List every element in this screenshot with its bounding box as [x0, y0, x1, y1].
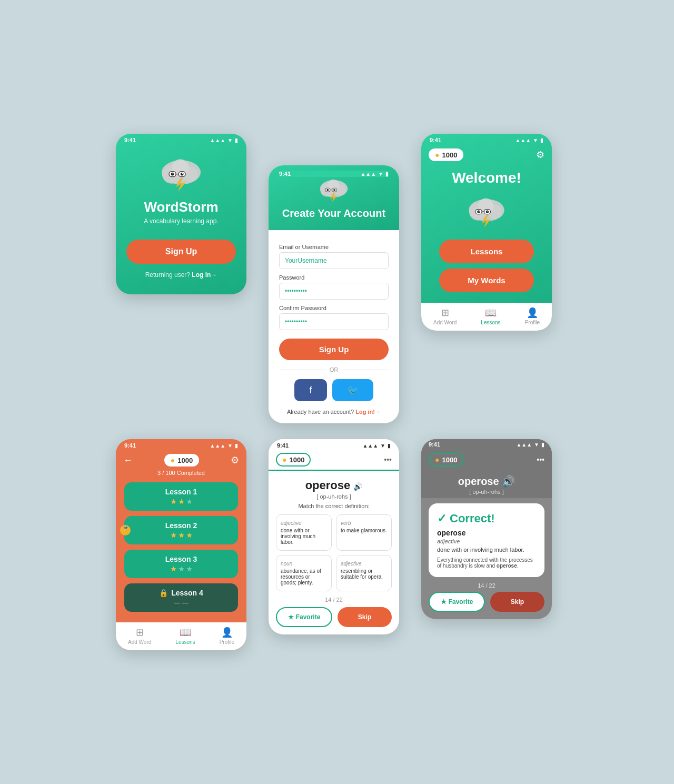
- screen-correct: 9:41 ▲▲▲ ▼ ▮ ● 1000 ••• operose 🔊: [421, 439, 552, 619]
- battery-icon: ▮: [540, 137, 543, 143]
- more-options-icon-correct[interactable]: •••: [537, 455, 544, 464]
- quiz-option-2[interactable]: verb to make glamorous.: [336, 514, 392, 551]
- progress-text-lessons: 3 / 100 Completed: [116, 470, 246, 476]
- bottom-nav-lessons: ⊞ Add Word 📖 Lessons 👤 Profile: [116, 622, 246, 650]
- lessons-icon: 📖: [180, 627, 191, 638]
- skip-button-quiz[interactable]: Skip: [338, 607, 392, 627]
- password-input[interactable]: [279, 283, 389, 300]
- signal-icon: ▲▲▲: [515, 137, 531, 143]
- signup-submit-button[interactable]: Sign Up: [279, 339, 389, 360]
- signal-icon: ▲▲▲: [360, 171, 376, 177]
- app-subtitle: A vocabulary learning app.: [144, 217, 218, 225]
- status-bar-quiz: 9:41 ▲▲▲ ▼ ▮: [269, 439, 399, 451]
- status-icons-lessons: ▲▲▲ ▼ ▮: [210, 443, 238, 449]
- status-icons-quiz: ▲▲▲ ▼ ▮: [362, 443, 391, 449]
- lessons-body: Lesson 1 ★ ★ ★ 🏅 Lesson 2 ★ ★ ★: [116, 482, 246, 622]
- nav-lessons-lessons[interactable]: 📖 Lessons: [175, 627, 195, 645]
- time-lessons: 9:41: [124, 442, 136, 449]
- quiz-option-1[interactable]: adjective done with or involving much la…: [276, 514, 332, 551]
- status-bar-lessons: 9:41 ▲▲▲ ▼ ▮: [116, 439, 246, 451]
- svg-point-9: [173, 173, 174, 174]
- add-icon: ⊞: [441, 307, 449, 319]
- signal-icon: ▲▲▲: [516, 442, 532, 448]
- returning-text: Returning user? Log in→: [145, 271, 217, 279]
- bottom-nav-welcome: ⊞ Add Word 📖 Lessons 👤 Profile: [421, 303, 552, 331]
- star-icon-favorite: ★: [288, 613, 294, 621]
- correct-label: ✓ Correct!: [437, 512, 536, 525]
- battery-icon: ▮: [235, 137, 238, 143]
- nav-profile-welcome[interactable]: 👤 Profile: [525, 307, 540, 325]
- quiz-option-4[interactable]: adjective resembling or suitable for ope…: [336, 555, 392, 591]
- star-icon-correct: ★: [441, 598, 447, 606]
- nav-lessons-welcome[interactable]: 📖 Lessons: [481, 307, 500, 325]
- status-icons-correct: ▲▲▲ ▼ ▮: [516, 442, 544, 448]
- status-bar-splash: 9:41 ▲▲▲ ▼ ▮: [116, 134, 246, 145]
- facebook-button[interactable]: f: [294, 379, 326, 401]
- star-3: ★: [186, 532, 192, 539]
- correct-actions: ★ Favorite Skip: [421, 592, 552, 619]
- lesson-3-stars: ★ ★ ★: [132, 565, 231, 573]
- coin-badge-welcome: ● 1000: [429, 148, 463, 161]
- nav-add-word-lessons[interactable]: ⊞ Add Word: [128, 627, 151, 645]
- option-3-def: abundance, as of resources or goods; ple…: [281, 568, 327, 585]
- coin-icon-lessons: ●: [171, 456, 175, 464]
- settings-icon-welcome[interactable]: ⚙: [536, 149, 544, 161]
- welcome-top-bar: ● 1000 ⚙: [421, 145, 552, 164]
- lessons-top-bar: ← ● 1000 ⚙: [116, 451, 246, 470]
- option-4-type: adjective: [341, 561, 387, 567]
- status-bar-correct: 9:41 ▲▲▲ ▼ ▮: [421, 439, 552, 451]
- nav-profile-lessons[interactable]: 👤 Profile: [220, 627, 234, 645]
- svg-point-33: [486, 211, 489, 213]
- time-welcome: 9:41: [430, 137, 441, 143]
- star-1: —: [174, 599, 180, 607]
- favorite-button-correct[interactable]: ★ Favorite: [429, 592, 485, 612]
- wifi-icon: ▼: [227, 137, 233, 143]
- star-3: ★: [186, 565, 192, 573]
- confirm-input[interactable]: [279, 313, 389, 330]
- lock-icon: 🔒: [159, 589, 168, 597]
- screen-welcome: 9:41 ▲▲▲ ▼ ▮ ● 1000 ⚙ Welcome!: [421, 134, 552, 331]
- status-icons-signup: ▲▲▲ ▼ ▮: [360, 171, 389, 177]
- password-label: Password: [279, 274, 389, 281]
- mywords-button-welcome[interactable]: My Words: [439, 269, 534, 292]
- confirm-label: Confirm Password: [279, 305, 389, 311]
- skip-button-correct[interactable]: Skip: [490, 592, 544, 612]
- svg-point-34: [479, 211, 480, 212]
- coin-badge-quiz: ● 1000: [276, 453, 311, 467]
- lesson-1-button[interactable]: Lesson 1 ★ ★ ★: [124, 482, 238, 511]
- nav-add-word-welcome[interactable]: ⊞ Add Word: [433, 307, 457, 325]
- twitter-button[interactable]: 🐦: [332, 379, 373, 401]
- lesson-1-stars: ★ ★ ★: [132, 498, 231, 505]
- star-2: ★: [179, 532, 184, 539]
- login-link-signup[interactable]: Log in!→: [355, 409, 381, 415]
- lessons-button-welcome[interactable]: Lessons: [439, 240, 534, 263]
- time-splash: 9:41: [124, 137, 136, 143]
- star-2: ★: [179, 498, 184, 505]
- favorite-button-quiz[interactable]: ★ Favorite: [276, 607, 332, 627]
- correct-word-def: operose: [437, 529, 536, 537]
- settings-icon-lessons[interactable]: ⚙: [231, 454, 239, 466]
- svg-point-10: [182, 173, 183, 174]
- welcome-logo: [463, 195, 510, 229]
- option-2-type: verb: [341, 520, 387, 526]
- more-options-icon-quiz[interactable]: •••: [384, 455, 392, 464]
- quiz-word-section: operose 🔊 [ op-uh-rohs ]: [269, 471, 399, 503]
- star-2: —: [182, 599, 189, 607]
- email-input[interactable]: [279, 252, 389, 269]
- signup-button[interactable]: Sign Up: [126, 240, 236, 264]
- lesson-4-button[interactable]: 🔒 Lesson 4 — —: [124, 583, 238, 612]
- lesson-3-button[interactable]: Lesson 3 ★ ★ ★: [124, 550, 238, 578]
- screen-signup: 9:41 ▲▲▲ ▼ ▮: [269, 165, 399, 423]
- lesson-2-stars: ★ ★ ★: [132, 532, 231, 539]
- quiz-option-3[interactable]: noun abundance, as of resources or goods…: [276, 555, 332, 591]
- signal-icon: ▲▲▲: [210, 137, 225, 143]
- wifi-icon: ▼: [380, 443, 385, 449]
- app-logo: [155, 156, 207, 193]
- signup-title: Create Your Account: [282, 207, 385, 220]
- back-icon-lessons[interactable]: ←: [123, 455, 133, 466]
- svg-point-20: [326, 189, 329, 191]
- lesson-2-button[interactable]: 🏅 Lesson 2 ★ ★ ★: [124, 516, 238, 544]
- coin-icon-correct: ●: [435, 455, 439, 464]
- battery-icon: ▮: [541, 442, 544, 448]
- login-link[interactable]: Log in→: [192, 271, 217, 279]
